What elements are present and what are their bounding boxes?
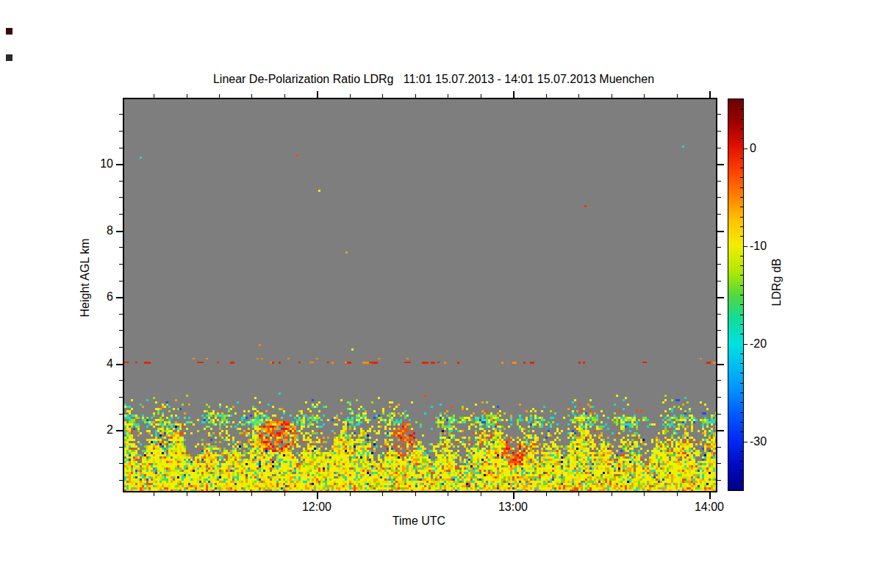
colorbar-minor-tick: [740, 451, 743, 452]
x-major-tick: [709, 91, 711, 98]
colorbar-minor-tick: [740, 431, 743, 432]
x-minor-tick: [578, 94, 579, 98]
y-minor-tick: [119, 247, 123, 248]
colorbar-minor-tick: [740, 295, 743, 295]
y-minor-tick: [119, 281, 123, 282]
colorbar-minor-tick: [740, 315, 743, 315]
colorbar-minor-tick: [740, 461, 743, 462]
colorbar-major-tick: [743, 344, 747, 345]
plot-area: [123, 98, 717, 492]
y-major-tick: [116, 364, 123, 365]
colorbar-minor-tick: [740, 226, 743, 227]
colorbar-tick-label: 0: [750, 142, 779, 155]
y-minor-tick: [119, 114, 123, 115]
y-minor-tick: [119, 131, 123, 132]
x-minor-tick: [187, 94, 187, 98]
y-minor-tick: [119, 264, 123, 265]
y-minor-tick: [119, 347, 123, 348]
heatmap-canvas: [124, 99, 716, 491]
colorbar-major-tick: [743, 246, 747, 247]
colorbar-minor-tick: [740, 158, 743, 159]
x-axis-label: Time UTC: [345, 514, 492, 528]
x-minor-tick: [481, 94, 481, 98]
colorbar-minor-tick: [740, 470, 743, 471]
y-major-tick: [717, 231, 724, 232]
y-tick-label: 10: [84, 157, 113, 171]
window-artifact-1: [6, 28, 12, 35]
colorbar-minor-tick: [740, 363, 743, 364]
colorbar-minor-tick: [740, 392, 743, 393]
y-minor-tick: [717, 314, 721, 315]
colorbar-minor-tick: [740, 119, 743, 120]
x-tick-label: 12:00: [295, 501, 339, 514]
y-tick-label: 2: [84, 423, 113, 437]
y-minor-tick: [119, 397, 123, 398]
y-minor-tick: [717, 181, 721, 182]
y-minor-tick: [119, 414, 123, 415]
colorbar-minor-tick: [740, 275, 743, 276]
x-major-tick: [709, 492, 711, 499]
x-minor-tick: [644, 94, 645, 98]
colorbar-tick-label: -30: [750, 435, 779, 448]
x-major-tick: [513, 492, 514, 499]
chart-title: Linear De-Polarization Ratio LDRg 11:01 …: [125, 73, 742, 86]
colorbar-minor-tick: [740, 422, 743, 423]
colorbar-minor-tick: [740, 138, 743, 139]
y-minor-tick: [717, 148, 721, 148]
colorbar-major-tick: [743, 442, 747, 442]
y-minor-tick: [119, 447, 123, 448]
y-minor-tick: [717, 131, 721, 132]
colorbar-minor-tick: [740, 99, 743, 100]
x-minor-tick: [415, 492, 416, 496]
x-minor-tick: [251, 94, 252, 98]
y-minor-tick: [717, 247, 721, 248]
y-tick-label: 4: [84, 357, 113, 370]
x-tick-label: 14:00: [687, 501, 731, 514]
colorbar-major-tick: [743, 148, 747, 149]
colorbar-minor-tick: [740, 373, 743, 373]
x-minor-tick: [677, 492, 678, 496]
colorbar-minor-tick: [740, 129, 743, 129]
y-minor-tick: [717, 114, 721, 115]
x-minor-tick: [382, 492, 383, 496]
colorbar-minor-tick: [740, 412, 743, 413]
y-major-tick: [717, 364, 724, 365]
y-minor-tick: [717, 197, 721, 198]
y-major-tick: [717, 297, 724, 298]
y-minor-tick: [717, 330, 721, 331]
x-minor-tick: [219, 492, 220, 496]
y-minor-tick: [717, 463, 721, 464]
colorbar-minor-tick: [740, 383, 743, 384]
colorbar-minor-tick: [740, 177, 743, 178]
y-minor-tick: [717, 281, 721, 282]
colorbar-minor-tick: [740, 304, 743, 305]
y-minor-tick: [717, 480, 721, 481]
x-minor-tick: [448, 94, 448, 98]
window-artifact-2: [6, 54, 12, 61]
y-major-tick: [116, 430, 123, 431]
colorbar-minor-tick: [740, 168, 743, 168]
colorbar-minor-tick: [740, 197, 743, 198]
x-minor-tick: [284, 94, 285, 98]
colorbar-minor-tick: [740, 285, 743, 286]
x-minor-tick: [677, 94, 678, 98]
colorbar-minor-tick: [740, 334, 743, 334]
colorbar-minor-tick: [740, 109, 743, 110]
y-minor-tick: [119, 148, 123, 148]
y-minor-tick: [119, 214, 123, 215]
x-minor-tick: [415, 94, 416, 98]
x-minor-tick: [187, 492, 187, 496]
y-major-tick: [116, 164, 123, 165]
y-minor-tick: [119, 380, 123, 381]
colorbar-minor-tick: [740, 324, 743, 325]
colorbar-axis-label: LDRg dB: [770, 209, 785, 356]
y-minor-tick: [717, 264, 721, 265]
x-minor-tick: [546, 492, 547, 496]
y-minor-tick: [717, 414, 721, 415]
colorbar-minor-tick: [740, 481, 743, 481]
y-minor-tick: [119, 480, 123, 481]
x-major-tick: [513, 91, 514, 98]
colorbar-minor-tick: [740, 402, 743, 403]
y-tick-label: 8: [84, 224, 113, 237]
colorbar-minor-tick: [740, 265, 743, 266]
